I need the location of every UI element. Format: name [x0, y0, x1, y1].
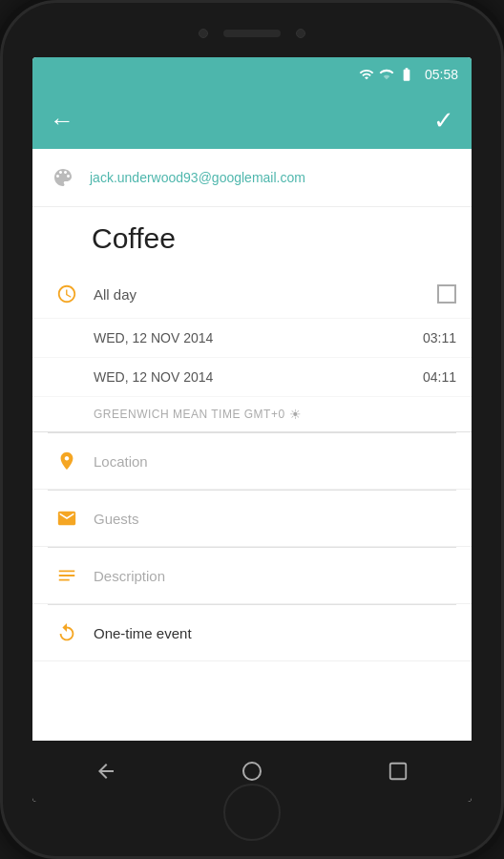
front-camera — [296, 29, 305, 38]
status-icons: 05:58 — [359, 67, 458, 82]
location-icon — [48, 450, 86, 471]
guests-label: Guests — [86, 511, 139, 527]
onetime-row[interactable]: One-time event — [32, 605, 472, 661]
date-2-text: WED, 12 NOV 2014 — [94, 369, 213, 385]
svg-rect-1 — [390, 764, 407, 780]
palette-icon — [48, 162, 78, 193]
time-1-text: 03:11 — [423, 330, 456, 346]
top-bar: ← ✓ — [32, 92, 472, 149]
back-nav-button[interactable] — [82, 752, 130, 790]
signal-icon — [379, 67, 394, 82]
allday-checkbox[interactable] — [437, 284, 456, 304]
allday-label: All day — [86, 286, 437, 303]
date-1-text: WED, 12 NOV 2014 — [94, 330, 213, 346]
location-label: Location — [86, 453, 148, 470]
description-row[interactable]: Description — [32, 548, 472, 604]
description-icon — [48, 565, 86, 586]
onetime-label: One-time event — [86, 625, 192, 641]
speaker-bar — [223, 30, 281, 37]
event-title[interactable]: Coffee — [92, 222, 176, 254]
account-email: jack.underwood93@googlemail.com — [90, 170, 305, 185]
status-time: 05:58 — [425, 67, 458, 82]
guests-row[interactable]: Guests — [32, 491, 472, 547]
time-2-text: 04:11 — [423, 369, 456, 385]
recent-nav-button[interactable] — [374, 752, 422, 790]
timezone-text: GREENWICH MEAN TIME GMT+0 — [94, 408, 285, 421]
status-bar: 05:58 — [32, 57, 472, 92]
battery-icon — [399, 67, 414, 82]
phone-top-notch — [3, 14, 501, 52]
location-row[interactable]: Location — [32, 433, 472, 490]
confirm-button[interactable]: ✓ — [433, 108, 454, 133]
phone-screen: 05:58 ← ✓ jack.underwood93@googlemail.co… — [32, 57, 472, 802]
date-row-1[interactable]: WED, 12 NOV 2014 03:11 — [32, 319, 472, 358]
camera-dot — [199, 29, 208, 38]
sun-icon: ☀ — [289, 407, 302, 422]
phone-frame: 05:58 ← ✓ jack.underwood93@googlemail.co… — [0, 0, 504, 859]
back-button[interactable]: ← — [50, 108, 74, 133]
date-row-2[interactable]: WED, 12 NOV 2014 04:11 — [32, 358, 472, 397]
repeat-icon — [48, 622, 86, 643]
phone-home-button — [223, 784, 281, 841]
description-label: Description — [86, 568, 165, 584]
clock-icon — [48, 283, 86, 304]
svg-point-0 — [243, 763, 261, 780]
mail-icon — [48, 508, 86, 529]
timezone-row[interactable]: GREENWICH MEAN TIME GMT+0 ☀ — [32, 397, 472, 432]
event-title-wrap: Coffee — [32, 207, 472, 270]
account-row[interactable]: jack.underwood93@googlemail.com — [32, 149, 472, 207]
wifi-icon — [359, 67, 374, 82]
allday-row[interactable]: All day — [32, 270, 472, 319]
content-area: All day WED, 12 NOV 2014 03:11 WED, 12 N… — [32, 270, 472, 741]
